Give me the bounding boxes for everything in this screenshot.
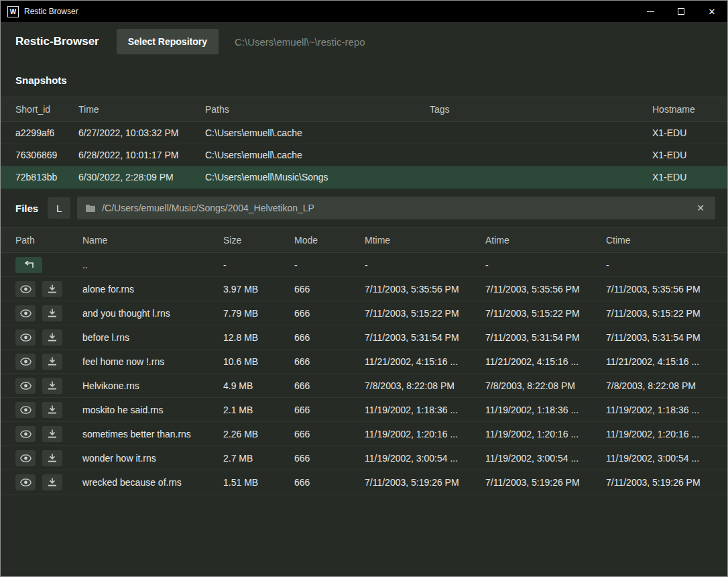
go-to-parent-button[interactable]	[15, 257, 42, 273]
file-size: 1.51 MB	[223, 477, 294, 488]
file-size: 2.1 MB	[223, 405, 294, 415]
restore-file-button[interactable]	[42, 281, 62, 297]
file-row[interactable]: sometimes better than.rns 2.26 MB 666 11…	[1, 422, 727, 446]
file-size: -	[223, 260, 294, 270]
preview-file-button[interactable]	[15, 305, 36, 321]
file-size: 12.8 MB	[223, 332, 294, 343]
preview-file-button[interactable]	[15, 450, 36, 466]
files-table-header: Path Name Size Mode Mtime Atime Ctime	[1, 227, 727, 253]
files-col-name[interactable]: Name	[82, 235, 223, 246]
file-atime: 7/11/2003, 5:15:22 PM	[485, 308, 606, 319]
folder-icon	[85, 204, 96, 213]
file-mtime: 7/11/2003, 5:19:26 PM	[365, 477, 485, 488]
app-logo-letter: W	[10, 8, 16, 15]
file-name: before l.rns	[82, 332, 223, 343]
snapshot-row[interactable]: 76306869 6/28/2022, 10:01:17 PM C:\Users…	[1, 144, 727, 166]
clear-path-button[interactable]: ✕	[692, 201, 709, 215]
preview-file-button[interactable]	[15, 378, 36, 394]
file-ctime: 7/11/2003, 5:19:26 PM	[606, 477, 713, 488]
snapshot-row[interactable]: 72b813bb 6/30/2022, 2:28:09 PM C:\Users\…	[1, 166, 727, 189]
minimize-icon	[647, 11, 654, 12]
files-col-size[interactable]: Size	[223, 235, 294, 246]
eye-icon	[20, 309, 32, 317]
file-row[interactable]: wrecked because of.rns 1.51 MB 666 7/11/…	[1, 470, 727, 494]
restore-file-button[interactable]	[42, 329, 62, 346]
snapshot-row[interactable]: a2299af6 6/27/2022, 10:03:32 PM C:\Users…	[1, 122, 727, 144]
parent-dir-arrow-icon	[23, 261, 34, 268]
download-icon	[48, 405, 57, 414]
preview-file-button[interactable]	[15, 281, 36, 297]
close-icon: ✕	[709, 7, 716, 16]
file-row[interactable]: feel home now !.rns 10.6 MB 666 11/21/20…	[1, 350, 727, 374]
path-bar[interactable]: /C/Users/emuell/Music/Songs/2004_Helveti…	[77, 197, 715, 219]
select-repository-button[interactable]: Select Repository	[117, 29, 219, 54]
restore-file-button[interactable]	[42, 426, 62, 442]
app-logo-icon: W	[7, 6, 19, 17]
file-mode: 666	[294, 284, 365, 295]
snapshot-short-id: 76306869	[15, 150, 78, 160]
snapshot-short-id: 72b813bb	[15, 172, 78, 182]
file-name: wrecked because of.rns	[82, 477, 223, 488]
file-row[interactable]: wonder how it.rns 2.7 MB 666 11/19/2002,…	[1, 446, 727, 470]
file-ctime: 7/8/2003, 8:22:08 PM	[606, 380, 713, 391]
restore-file-button[interactable]	[42, 305, 62, 321]
file-row[interactable]: before l.rns 12.8 MB 666 7/11/2003, 5:31…	[1, 325, 727, 350]
snapshots-col-tags[interactable]: Tags	[430, 104, 652, 115]
file-mtime: 7/11/2003, 5:35:56 PM	[365, 284, 485, 295]
eye-icon	[20, 478, 32, 486]
snapshots-col-paths[interactable]: Paths	[205, 104, 430, 115]
eye-icon	[20, 406, 32, 414]
file-name: alone for.rns	[82, 284, 223, 295]
file-size: 2.26 MB	[223, 429, 294, 439]
parent-dir-row[interactable]: .. - - - - -	[1, 253, 727, 277]
file-mtime: 11/21/2002, 4:15:16 ...	[365, 356, 485, 367]
preview-file-button[interactable]	[15, 402, 36, 418]
download-icon	[48, 429, 57, 438]
minimize-button[interactable]	[635, 1, 666, 22]
titlebar: W Restic Browser ✕	[1, 1, 727, 22]
file-mode: 666	[294, 332, 365, 343]
file-atime: 7/11/2003, 5:31:54 PM	[485, 332, 606, 343]
file-size: 3.97 MB	[223, 284, 294, 295]
file-ctime: 11/19/2002, 1:18:36 ...	[606, 405, 713, 415]
file-name: moskito he said.rns	[82, 405, 223, 415]
files-col-mode[interactable]: Mode	[294, 235, 365, 246]
file-row[interactable]: moskito he said.rns 2.1 MB 666 11/19/200…	[1, 398, 727, 422]
restore-file-button[interactable]	[42, 402, 62, 418]
eye-icon	[20, 430, 32, 438]
restore-file-button[interactable]	[42, 474, 62, 490]
current-path: /C/Users/emuell/Music/Songs/2004_Helveti…	[102, 203, 692, 213]
preview-file-button[interactable]	[15, 354, 36, 370]
preview-file-button[interactable]	[15, 426, 36, 442]
download-icon	[48, 309, 57, 317]
files-col-atime[interactable]: Atime	[485, 235, 606, 246]
file-size: 4.9 MB	[223, 380, 294, 391]
restore-file-button[interactable]	[42, 378, 62, 394]
restore-file-button[interactable]	[42, 354, 62, 370]
snapshot-paths: C:\Users\emuell\.cache	[205, 127, 430, 138]
file-mtime: 11/19/2002, 3:00:54 ...	[365, 453, 485, 464]
file-row[interactable]: Helvikone.rns 4.9 MB 666 7/8/2003, 8:22:…	[1, 374, 727, 398]
files-col-mtime[interactable]: Mtime	[365, 235, 485, 246]
drive-select-button[interactable]: L	[48, 197, 70, 219]
file-row[interactable]: and you thought l.rns 7.79 MB 666 7/11/2…	[1, 301, 727, 325]
file-name: feel home now !.rns	[82, 356, 223, 367]
files-col-ctime[interactable]: Ctime	[606, 235, 713, 246]
files-col-path[interactable]: Path	[15, 235, 82, 246]
file-row[interactable]: alone for.rns 3.97 MB 666 7/11/2003, 5:3…	[1, 277, 727, 301]
close-button[interactable]: ✕	[696, 1, 727, 22]
file-atime: 11/19/2002, 1:20:16 ...	[485, 429, 606, 439]
file-mtime: 7/8/2003, 8:22:08 PM	[365, 380, 485, 391]
window-title: Restic Browser	[24, 7, 78, 16]
snapshots-col-hostname[interactable]: Hostname	[652, 104, 713, 115]
preview-file-button[interactable]	[15, 329, 36, 346]
file-mtime: 11/19/2002, 1:20:16 ...	[365, 429, 485, 439]
file-mtime: 11/19/2002, 1:18:36 ...	[365, 405, 485, 415]
snapshots-table-body: a2299af6 6/27/2022, 10:03:32 PM C:\Users…	[1, 122, 727, 189]
snapshots-col-short-id[interactable]: Short_id	[15, 104, 78, 115]
files-toolbar: Files L /C/Users/emuell/Music/Songs/2004…	[1, 189, 727, 227]
maximize-button[interactable]	[666, 1, 696, 22]
snapshots-col-time[interactable]: Time	[78, 104, 205, 115]
preview-file-button[interactable]	[15, 474, 36, 490]
restore-file-button[interactable]	[42, 450, 62, 466]
